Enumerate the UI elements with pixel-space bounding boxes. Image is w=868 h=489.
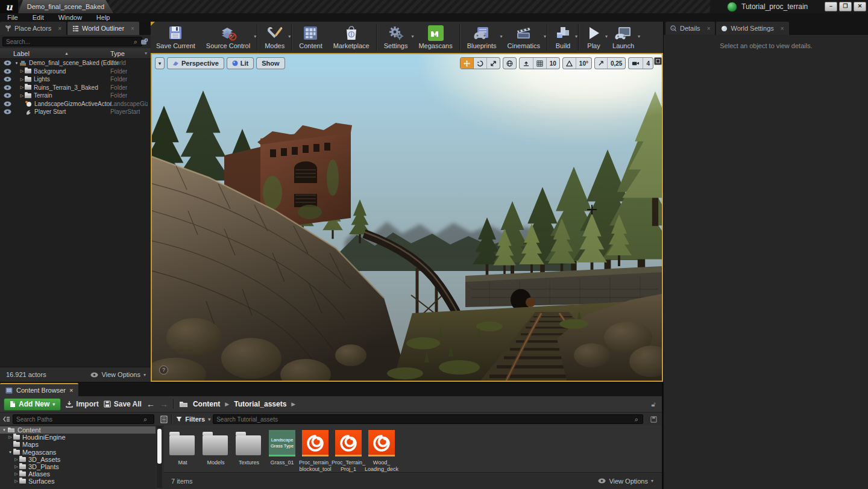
visibility-eye-icon[interactable] xyxy=(4,76,11,82)
scale-snap-button[interactable] xyxy=(595,58,608,69)
rotation-snap-value[interactable]: 10° xyxy=(576,58,591,69)
tree-scrollbar[interactable] xyxy=(157,426,162,488)
tree-item-3d-plants[interactable]: ▷ 3D_Plants xyxy=(0,463,156,470)
outliner-row-world[interactable]: ▾ Demo_final_scene_Baked (Editor World xyxy=(0,59,151,67)
perspective-button[interactable]: Perspective xyxy=(167,57,224,69)
breadcrumb-content[interactable]: Content xyxy=(193,400,220,408)
expander-icon[interactable]: ▷ xyxy=(19,69,25,73)
lit-mode-button[interactable]: Lit xyxy=(227,57,254,69)
close-icon[interactable]: × xyxy=(781,25,784,32)
level-viewport[interactable]: ▾ Perspective Lit Show xyxy=(151,53,663,382)
megascans-button[interactable]: Megascans xyxy=(413,22,458,53)
close-icon[interactable]: × xyxy=(58,25,61,32)
asset-proc-terrain-proj-1[interactable]: Proc_Terrain_Proj_1 xyxy=(335,430,362,473)
visibility-eye-icon[interactable] xyxy=(4,101,11,107)
dropdown-caret-icon[interactable]: ▾ xyxy=(575,34,577,39)
column-type[interactable]: Type xyxy=(110,50,125,57)
close-icon[interactable]: × xyxy=(69,387,73,394)
rotate-tool-button[interactable] xyxy=(474,58,487,69)
expander-icon[interactable]: ▷ xyxy=(19,85,25,90)
history-forward-button[interactable]: → xyxy=(160,399,168,409)
scale-snap-value[interactable]: 0,25 xyxy=(608,58,625,69)
save-current-button[interactable]: Save Current xyxy=(151,22,201,53)
close-icon[interactable]: × xyxy=(131,25,134,32)
tab-place-actors[interactable]: Place Actors × xyxy=(0,22,66,35)
world-local-toggle[interactable] xyxy=(503,58,516,69)
viewport-scene[interactable] xyxy=(152,54,662,381)
tab-world-settings[interactable]: World Settings × xyxy=(716,22,788,35)
tab-content-browser[interactable]: Content Browser × xyxy=(0,383,78,396)
modes-button[interactable]: Modes ▾ xyxy=(259,22,290,53)
history-back-button[interactable]: ← xyxy=(146,399,155,409)
expander-icon[interactable]: ▾ xyxy=(14,61,19,66)
expander-icon[interactable]: ▷ xyxy=(7,435,13,440)
asset-grass-01[interactable]: Landscape Grass Type Grass_01 xyxy=(268,430,296,466)
camera-speed-button[interactable] xyxy=(629,58,643,69)
asset-proc-terrain-blockout-tool[interactable]: Proc_terrain_blockout_tool xyxy=(301,430,329,473)
dropdown-caret-icon[interactable]: ▾ xyxy=(288,34,291,39)
grid-snap-button[interactable] xyxy=(533,58,547,69)
outliner-row-folder[interactable]: ▷ Background Folder xyxy=(0,67,151,76)
build-button[interactable]: Build ▾ xyxy=(549,22,577,53)
expander-icon[interactable]: ▾ xyxy=(1,428,7,432)
dropdown-caret-icon[interactable]: ▾ xyxy=(544,34,546,39)
tree-item-houdiniengine[interactable]: ▷ HoudiniEngine xyxy=(0,434,156,441)
play-button[interactable]: Play ▾ xyxy=(580,22,607,53)
asset-search-input[interactable] xyxy=(213,414,643,424)
camera-speed-value[interactable]: 4 xyxy=(643,58,653,69)
show-button[interactable]: Show xyxy=(256,57,285,69)
surface-snap-button[interactable] xyxy=(520,58,533,69)
expander-icon[interactable]: ▷ xyxy=(19,93,25,98)
tree-item-maps[interactable]: Maps xyxy=(0,441,156,448)
asset-wood-loading-deck[interactable]: Wood_Loading_deck xyxy=(368,430,395,473)
visibility-eye-icon[interactable] xyxy=(4,109,11,114)
breadcrumb-tutorial-assets[interactable]: Tutorial_assets xyxy=(234,400,286,408)
marketplace-button[interactable]: Marketplace xyxy=(328,22,375,53)
tree-item-content[interactable]: ▾ Content xyxy=(0,426,156,434)
outliner-search-input[interactable] xyxy=(2,37,142,46)
blueprints-button[interactable]: Blueprints ▾ xyxy=(462,22,502,53)
dropdown-caret-icon[interactable]: ▾ xyxy=(254,34,256,39)
launch-button[interactable]: Launch ▾ xyxy=(607,22,640,53)
menu-edit[interactable]: Edit xyxy=(25,14,51,21)
level-tab[interactable]: Demo_final_scene_Baked xyxy=(18,0,113,13)
move-tool-button[interactable] xyxy=(461,58,474,69)
column-options-icon[interactable]: ▾ xyxy=(145,51,147,56)
viewport-options-button[interactable]: ▾ xyxy=(155,57,165,69)
content-button[interactable]: Content xyxy=(294,22,328,53)
restore-button[interactable]: ❐ xyxy=(839,2,852,11)
scrollbar-thumb[interactable] xyxy=(157,429,162,464)
visibility-eye-icon[interactable] xyxy=(4,60,11,66)
close-icon[interactable]: × xyxy=(707,25,711,32)
minimize-button[interactable]: – xyxy=(825,2,837,11)
outliner-row-playerstart[interactable]: Player Start PlayerStart xyxy=(0,108,151,116)
add-new-button[interactable]: Add New▾ xyxy=(4,398,61,411)
lock-icon[interactable]: 🔓︎ xyxy=(652,400,656,408)
scale-tool-button[interactable] xyxy=(487,58,500,69)
expander-icon[interactable]: ▷ xyxy=(13,479,19,484)
expander-icon[interactable]: ▷ xyxy=(13,472,19,476)
tree-item-3d-assets[interactable]: ▷ 3D_Assets xyxy=(0,456,156,463)
cinematics-button[interactable]: Cinematics ▾ xyxy=(502,22,546,53)
sources-list-icon[interactable] xyxy=(160,416,168,423)
asset-folder-models[interactable]: Models xyxy=(202,430,230,466)
visibility-eye-icon[interactable] xyxy=(4,69,11,74)
menu-file[interactable]: File xyxy=(0,14,25,21)
collapse-sources-icon[interactable] xyxy=(2,416,10,423)
search-paths-input[interactable] xyxy=(13,414,154,424)
settings-button[interactable]: Settings ▾ xyxy=(379,22,414,53)
save-all-button[interactable]: Save All xyxy=(104,400,142,408)
tree-item-megascans[interactable]: ▾ Megascans xyxy=(0,449,156,456)
outliner-row-folder[interactable]: ▷ Terrain Folder xyxy=(0,92,151,100)
dropdown-caret-icon[interactable]: ▾ xyxy=(638,34,640,39)
expander-icon[interactable]: ▷ xyxy=(19,77,25,82)
tab-world-outliner[interactable]: World Outliner × xyxy=(68,22,139,35)
maximize-viewport-button[interactable] xyxy=(654,57,662,65)
filter-plus-icon[interactable] xyxy=(140,38,148,45)
menu-window[interactable]: Window xyxy=(51,14,89,21)
tree-item-atlases[interactable]: ▷ Atlases xyxy=(0,470,156,478)
outliner-row-folder[interactable]: ▷ Lights Folder xyxy=(0,75,151,84)
outliner-row-folder[interactable]: ▷ Ruins_Terrain_3_Baked Folder xyxy=(0,84,151,92)
menu-help[interactable]: Help xyxy=(89,14,118,21)
expander-icon[interactable]: ▷ xyxy=(13,464,19,469)
